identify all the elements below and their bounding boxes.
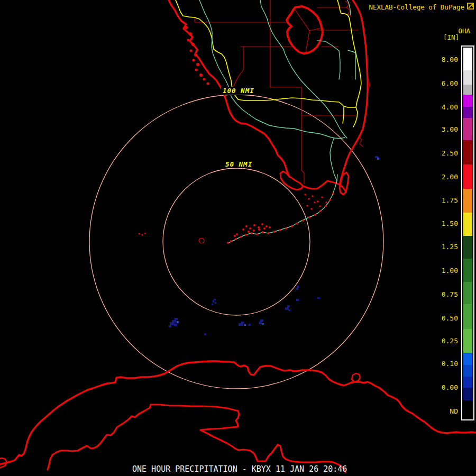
florida-east-coast bbox=[340, 0, 368, 186]
island-dot bbox=[319, 210, 322, 212]
product-code-label: OHA bbox=[458, 27, 470, 35]
island-dot bbox=[142, 234, 143, 236]
island-dot bbox=[249, 227, 251, 230]
island-dot bbox=[312, 195, 314, 197]
brand-header: NEXLAB-College of DuPage bbox=[369, 3, 474, 11]
cuba-bay-loop bbox=[352, 373, 360, 382]
precip-echo bbox=[212, 304, 213, 305]
island-dot bbox=[266, 225, 268, 227]
precip-echo bbox=[262, 323, 264, 325]
island-dot bbox=[230, 240, 232, 242]
teal-boundary-center bbox=[260, 0, 347, 138]
island-dot bbox=[325, 205, 327, 207]
island-dot bbox=[308, 216, 310, 218]
island-dot bbox=[273, 231, 276, 233]
island-dot bbox=[304, 194, 306, 196]
product-caption: ONE HOUR PRECIPITATION - KBYX 11 JAN 26 … bbox=[132, 464, 347, 474]
cape-sable bbox=[280, 171, 303, 190]
island-dot bbox=[262, 231, 264, 233]
island-dot bbox=[279, 229, 281, 231]
teal-boundary-east-2 bbox=[348, 50, 355, 79]
county-line-7 bbox=[301, 87, 304, 184]
lake-county-line-3 bbox=[306, 31, 309, 52]
island-dot bbox=[319, 205, 321, 207]
island-dot bbox=[317, 200, 319, 203]
island-dot bbox=[325, 202, 327, 204]
precip-echo bbox=[214, 299, 216, 300]
island-dot bbox=[207, 83, 209, 85]
precip-echo bbox=[288, 309, 290, 311]
lake-county-line-1 bbox=[295, 9, 309, 31]
precip-echo bbox=[297, 286, 299, 288]
island-dot bbox=[203, 78, 206, 81]
island-dot bbox=[314, 214, 316, 216]
island-dot bbox=[310, 208, 313, 210]
precip-echo bbox=[213, 300, 214, 303]
precip-echo bbox=[259, 322, 262, 324]
precip-echo bbox=[296, 288, 298, 290]
island-dot bbox=[302, 219, 304, 222]
precip-echo bbox=[239, 323, 243, 326]
radar-map-svg bbox=[0, 0, 476, 476]
brand-text: NEXLAB-College of DuPage bbox=[369, 3, 464, 11]
road-card-sound bbox=[343, 107, 344, 123]
island-ring bbox=[199, 238, 204, 243]
precip-echo bbox=[260, 319, 263, 322]
island-dot bbox=[227, 242, 229, 244]
island-dot bbox=[236, 233, 238, 235]
range-ring-50-nmi bbox=[163, 168, 310, 315]
road-turnpike bbox=[337, 0, 361, 107]
island-dot bbox=[332, 193, 334, 195]
island-dot bbox=[187, 39, 190, 42]
island-dot bbox=[144, 233, 146, 234]
island-dot bbox=[240, 236, 242, 238]
precip-echo bbox=[177, 321, 179, 323]
island-dot bbox=[253, 230, 255, 232]
island-dot bbox=[258, 226, 260, 228]
island-dot bbox=[194, 53, 197, 57]
island-dot bbox=[191, 43, 195, 46]
precip-echo bbox=[244, 324, 246, 326]
island-dot bbox=[185, 26, 188, 29]
island-dot bbox=[253, 224, 255, 226]
island-dot bbox=[291, 225, 293, 227]
precip-echo bbox=[296, 299, 299, 301]
island-dot bbox=[190, 50, 193, 52]
precip-echo bbox=[249, 324, 251, 326]
county-line-5 bbox=[233, 47, 243, 87]
island-dot bbox=[314, 202, 316, 204]
precip-echo bbox=[215, 302, 216, 304]
precip-echo bbox=[204, 333, 206, 335]
island-dot bbox=[269, 226, 271, 228]
island-dot bbox=[263, 227, 266, 230]
island-dot bbox=[285, 227, 287, 230]
radar-display: 100 NMI 50 NMI NEXLAB-College of DuPage … bbox=[0, 0, 476, 476]
units-label: [IN] bbox=[443, 33, 459, 41]
island-dot bbox=[321, 196, 323, 198]
island-dot bbox=[245, 225, 248, 227]
precip-echo bbox=[285, 307, 289, 310]
island-dot bbox=[199, 74, 203, 77]
precip-echo bbox=[377, 158, 379, 160]
island-dot bbox=[251, 232, 253, 234]
island-dot bbox=[308, 198, 310, 200]
island-dot bbox=[245, 234, 247, 236]
precip-echo bbox=[287, 305, 290, 307]
precip-echo bbox=[170, 322, 175, 325]
teal-boundary-southeast bbox=[330, 139, 337, 181]
road-us1-south bbox=[353, 107, 358, 127]
island-dot bbox=[296, 223, 298, 225]
island-dot bbox=[195, 69, 198, 71]
precip-echo bbox=[169, 325, 171, 327]
island-dot bbox=[261, 223, 263, 225]
island-dot bbox=[196, 63, 199, 66]
island-dot bbox=[193, 59, 195, 62]
island-dot bbox=[242, 228, 244, 231]
teal-boundary-west bbox=[199, 0, 345, 139]
range-ring-label-50nmi: 50 NMI bbox=[224, 160, 254, 168]
island-dot bbox=[189, 32, 192, 35]
island-dot bbox=[248, 231, 250, 233]
island-dot bbox=[258, 228, 260, 231]
island-dot bbox=[235, 238, 237, 240]
precip-echo bbox=[174, 324, 177, 326]
